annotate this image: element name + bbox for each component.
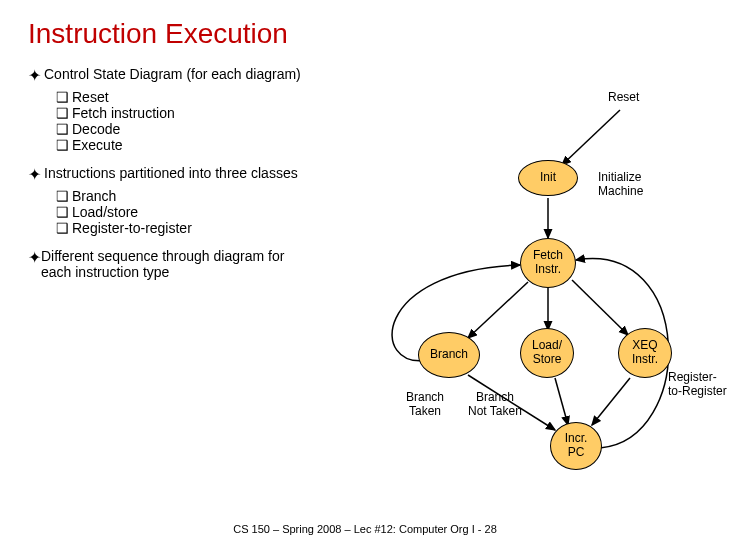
node-fetch-text: Fetch Instr.: [533, 249, 563, 277]
bullet-1-text: Control State Diagram (for each diagram): [44, 66, 301, 82]
svg-line-4: [572, 280, 628, 335]
node-branch-text: Branch: [430, 348, 468, 362]
y-bullet-icon: ❑: [56, 220, 72, 236]
sub-text: Decode: [72, 121, 120, 137]
node-incr-pc-text: Incr. PC: [565, 432, 588, 460]
z-bullet-icon: ✦: [28, 248, 41, 267]
slide-footer: CS 150 – Spring 2008 – Lec #12: Computer…: [0, 523, 730, 535]
label-branch-taken: Branch Taken: [406, 390, 444, 419]
sub-text: Load/store: [72, 204, 138, 220]
node-init: Init: [518, 160, 578, 196]
y-bullet-icon: ❑: [56, 204, 72, 220]
svg-line-5: [555, 378, 568, 425]
svg-line-0: [562, 110, 620, 165]
node-load-store-text: Load/ Store: [532, 339, 562, 367]
node-fetch: Fetch Instr.: [520, 238, 576, 288]
node-branch: Branch: [418, 332, 480, 378]
label-register-to-register: Register- to-Register: [668, 370, 727, 399]
page-title: Instruction Execution: [0, 0, 730, 50]
node-xeq-text: XEQ Instr.: [632, 339, 658, 367]
y-bullet-icon: ❑: [56, 121, 72, 137]
bullet-2-text: Instructions partitioned into three clas…: [44, 165, 298, 181]
node-incr-pc: Incr. PC: [550, 422, 602, 470]
svg-line-2: [468, 282, 528, 338]
sub-text: Register-to-register: [72, 220, 192, 236]
sub-text: Reset: [72, 89, 109, 105]
y-bullet-icon: ❑: [56, 137, 72, 153]
bullet-3: ✦ Different sequence through diagram for…: [28, 248, 308, 280]
z-bullet-icon: ✦: [28, 66, 44, 85]
sub-text: Fetch instruction: [72, 105, 175, 121]
label-branch-not-taken: Branch Not Taken: [468, 390, 522, 419]
node-xeq: XEQ Instr.: [618, 328, 672, 378]
node-init-text: Init: [540, 171, 556, 185]
label-initialize-machine: Initialize Machine: [598, 170, 643, 199]
sub-text: Execute: [72, 137, 123, 153]
sub-text: Branch: [72, 188, 116, 204]
bullet-3-text: Different sequence through diagram for e…: [41, 248, 308, 280]
svg-line-6: [592, 378, 630, 425]
y-bullet-icon: ❑: [56, 89, 72, 105]
z-bullet-icon: ✦: [28, 165, 44, 184]
bullet-2: ✦ Instructions partitioned into three cl…: [28, 165, 308, 184]
y-bullet-icon: ❑: [56, 105, 72, 121]
state-diagram: Reset Init Initialize Machine Fetch Inst…: [340, 70, 720, 490]
node-load-store: Load/ Store: [520, 328, 574, 378]
y-bullet-icon: ❑: [56, 188, 72, 204]
label-reset: Reset: [608, 90, 639, 104]
